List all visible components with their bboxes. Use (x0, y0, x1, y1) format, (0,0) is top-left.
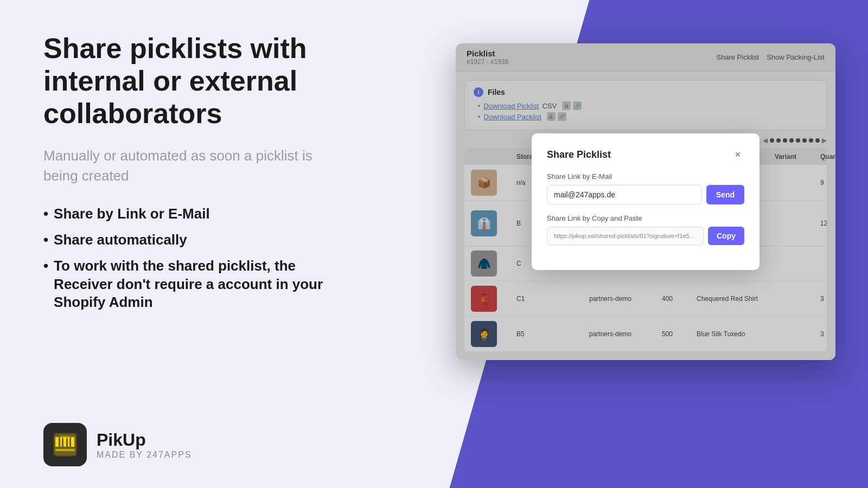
feature-item: To work with the shared picklist, the Re… (43, 257, 336, 312)
feature-item: Share by Link or E-Mail (43, 205, 336, 223)
send-button[interactable]: Send (706, 185, 744, 204)
modal-close-button[interactable]: × (731, 149, 744, 162)
modal-overlay: Share Picklist × Share Link by E-Mail Se… (456, 43, 835, 360)
modal-title: Share Picklist (547, 149, 611, 160)
brand-logo (43, 423, 87, 466)
svg-rect-7 (55, 449, 75, 451)
brand-text: PikUp Made By 247APPS (97, 430, 192, 460)
email-field-group: Share Link by E-Mail Send (547, 172, 744, 204)
modal-header: Share Picklist × (547, 149, 744, 162)
app-body: i Files Download Picklist CSV 🖨 🔗 Downlo… (456, 72, 835, 360)
left-panel: Share picklists with internal or externa… (0, 0, 369, 488)
brand-logo-icon (51, 431, 79, 459)
svg-rect-2 (55, 437, 59, 447)
app-window: Picklist #1927 - #1938 Share Picklist Sh… (456, 43, 835, 360)
copy-field-group: Share Link by Copy and Paste Copy (547, 214, 744, 245)
feature-item: Share automatically (43, 231, 336, 249)
brand-name: PikUp (97, 430, 192, 450)
email-input-row: Send (547, 185, 744, 204)
features-list: Share by Link or E-MailShare automatical… (43, 205, 336, 312)
share-picklist-modal: Share Picklist × Share Link by E-Mail Se… (532, 133, 760, 270)
left-content: Share picklists with internal or externa… (43, 33, 336, 328)
svg-rect-8 (60, 436, 71, 439)
main-title: Share picklists with internal or externa… (43, 33, 336, 130)
brand-sub: Made By 247APPS (97, 450, 192, 460)
svg-rect-6 (71, 437, 74, 447)
subtitle: Manually or automated as soon a picklist… (43, 146, 336, 185)
right-panel: Picklist #1927 - #1938 Share Picklist Sh… (456, 43, 835, 360)
brand-section: PikUp Made By 247APPS (43, 423, 336, 466)
email-input[interactable] (547, 185, 702, 204)
copy-field-label: Share Link by Copy and Paste (547, 214, 744, 222)
url-input[interactable] (547, 227, 704, 245)
email-field-label: Share Link by E-Mail (547, 172, 744, 181)
copy-input-row: Copy (547, 227, 744, 245)
copy-button[interactable]: Copy (708, 227, 744, 245)
